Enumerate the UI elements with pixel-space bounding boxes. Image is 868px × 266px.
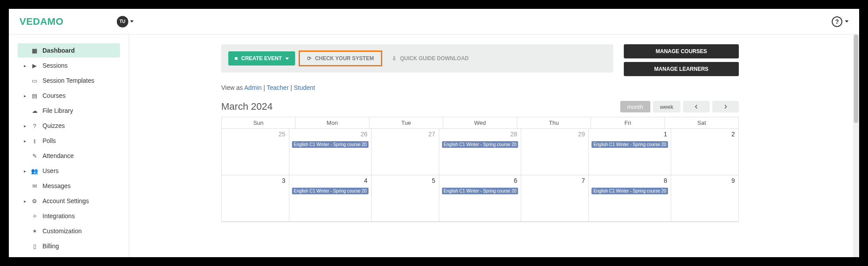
sidebar-item-quizzes[interactable]: ▸?Quizzes <box>18 119 120 133</box>
sep: | <box>262 84 267 91</box>
chevron-left-icon <box>694 104 699 109</box>
sidebar-item-attendance[interactable]: ✎Attendance <box>18 149 120 163</box>
create-event-button[interactable]: ■ CREATE EVENT <box>228 51 295 66</box>
integrations-icon: ✧ <box>31 213 38 220</box>
calendar-cell[interactable]: 26English C1 Winter - Spring course 20 <box>289 129 372 175</box>
calendar-grid: SunMonTueWedThuFriSat2526English C1 Wint… <box>221 117 739 222</box>
sidebar-item-sessions[interactable]: ▸▶Sessions <box>18 58 120 73</box>
calendar-prev-button[interactable] <box>683 101 710 112</box>
view-as-row: View as Admin | Teacher | Student <box>221 84 739 91</box>
sidebar-item-label: Session Templates <box>42 77 94 84</box>
chevron-right-icon: ▸ <box>24 199 27 204</box>
sidebar-item-session-templates[interactable]: ▭Session Templates <box>18 73 120 88</box>
calendar-cell[interactable]: 25 <box>222 129 289 175</box>
sidebar-item-label: Integrations <box>42 212 75 220</box>
calendar-title: March 2024 <box>221 101 273 112</box>
manage-courses-button[interactable]: MANAGE COURSES <box>624 44 739 58</box>
calendar-cell[interactable]: 27 <box>372 129 439 175</box>
file-library-icon: ☁ <box>31 108 38 114</box>
calendar-cell[interactable]: 7 <box>521 175 589 222</box>
calendar-event[interactable]: English C1 Winter - Spring course 20 <box>442 188 518 194</box>
calendar-cell[interactable]: 29 <box>521 129 589 175</box>
quizzes-icon: ? <box>31 123 38 129</box>
calendar-cell[interactable]: 4English C1 Winter - Spring course 20 <box>289 175 372 222</box>
sessions-icon: ▶ <box>31 62 38 69</box>
sidebar-item-billing[interactable]: ▯Billing <box>18 239 120 253</box>
calendar-day-header: Wed <box>443 117 517 129</box>
sidebar-item-file-library[interactable]: ☁File Library <box>18 104 120 118</box>
sidebar-item-label: Messages <box>42 182 71 189</box>
view-as-student[interactable]: Student <box>294 84 315 91</box>
calendar-day-number: 1 <box>664 131 667 138</box>
calendar-event[interactable]: English C1 Winter - Spring course 20 <box>591 188 668 194</box>
calendar-cell[interactable]: 6English C1 Winter - Spring course 20 <box>439 175 522 222</box>
chevron-right-icon <box>723 104 728 109</box>
view-as-teacher[interactable]: Teacher <box>267 84 289 91</box>
calendar-cell[interactable]: 2 <box>671 129 738 175</box>
calendar-day-header: Thu <box>517 117 591 129</box>
sidebar-item-account-settings[interactable]: ▸⚙Account Settings <box>18 194 120 208</box>
calendar-view-week[interactable]: week <box>653 101 680 112</box>
customization-icon: ✶ <box>31 228 38 235</box>
calendar-cell[interactable]: 5 <box>372 175 439 222</box>
quick-guide-label: QUICK GUIDE DOWNLOAD <box>400 55 469 62</box>
attendance-icon: ✎ <box>31 153 38 159</box>
calendar-cell[interactable]: 3 <box>222 175 289 222</box>
sidebar: ▦Dashboard▸▶Sessions▭Session Templates▸▤… <box>9 35 129 257</box>
sidebar-item-courses[interactable]: ▸▤Courses <box>18 89 120 103</box>
calendar-day-number: 28 <box>511 131 518 138</box>
billing-icon: ▯ <box>31 243 38 250</box>
headset-icon: ⟳ <box>307 55 311 62</box>
sidebar-item-polls[interactable]: ▸⫿Polls <box>18 134 120 148</box>
calendar-event[interactable]: English C1 Winter - Spring course 20 <box>292 141 369 148</box>
sidebar-item-label: Quizzes <box>42 122 65 129</box>
quick-guide-button[interactable]: ⇩ QUICK GUIDE DOWNLOAD <box>386 52 475 65</box>
sidebar-item-integrations[interactable]: ✧Integrations <box>18 209 120 223</box>
calendar-day-number: 25 <box>279 131 286 138</box>
calendar-day-number: 3 <box>282 177 285 184</box>
calendar-view-month[interactable]: month <box>620 101 650 112</box>
scrollbar[interactable] <box>853 35 859 257</box>
calendar-event[interactable]: English C1 Winter - Spring course 20 <box>442 141 518 148</box>
messages-icon: ✉ <box>31 183 38 189</box>
calendar-day-number: 27 <box>428 131 435 138</box>
calendar-day-header: Fri <box>591 117 665 129</box>
sidebar-item-label: Dashboard <box>42 47 75 54</box>
download-icon: ⇩ <box>392 55 396 62</box>
sidebar-item-label: Sessions <box>42 62 68 69</box>
scrollbar-thumb[interactable] <box>854 35 858 123</box>
help-menu[interactable]: ? <box>832 16 849 27</box>
dashboard-icon: ▦ <box>31 47 38 54</box>
chevron-right-icon: ▸ <box>24 139 27 143</box>
caret-down-icon <box>130 20 134 23</box>
calendar-day-header: Sun <box>222 117 296 129</box>
sidebar-item-dashboard[interactable]: ▦Dashboard <box>18 43 120 58</box>
sidebar-item-messages[interactable]: ✉Messages <box>18 179 120 193</box>
view-as-admin[interactable]: Admin <box>244 84 262 91</box>
check-system-button[interactable]: ⟳ CHECK YOUR SYSTEM <box>299 50 382 66</box>
calendar-day-number: 8 <box>664 177 667 184</box>
calendar-event[interactable]: English C1 Winter - Spring course 20 <box>591 141 668 148</box>
users-icon: 👥 <box>31 168 38 174</box>
sidebar-item-customization[interactable]: ✶Customization <box>18 224 120 238</box>
calendar-day-header: Mon <box>296 117 369 129</box>
main-content: ■ CREATE EVENT ⟳ CHECK YOUR SYSTEM ⇩ QUI… <box>129 35 859 257</box>
calendar-next-button[interactable] <box>712 101 739 112</box>
chevron-right-icon: ▸ <box>24 93 27 98</box>
sidebar-item-label: File Library <box>42 107 73 114</box>
sidebar-item-users[interactable]: ▸👥Users <box>18 164 120 178</box>
user-menu[interactable]: TU <box>117 16 134 27</box>
manage-learners-button[interactable]: MANAGE LEARNERS <box>624 62 739 76</box>
chevron-right-icon: ▸ <box>24 123 27 128</box>
polls-icon: ⫿ <box>31 138 38 144</box>
calendar-cell[interactable]: 8English C1 Winter - Spring course 20 <box>589 175 671 222</box>
calendar-event[interactable]: English C1 Winter - Spring course 20 <box>292 188 369 194</box>
calendar-day-number: 9 <box>731 177 735 184</box>
brand-logo[interactable]: VEDAMO <box>19 16 64 27</box>
calendar-cell[interactable]: 1English C1 Winter - Spring course 20 <box>589 129 671 175</box>
header: VEDAMO TU ? <box>9 9 859 35</box>
calendar-cell[interactable]: 28English C1 Winter - Spring course 20 <box>439 129 522 175</box>
calendar-cell[interactable]: 9 <box>671 175 738 222</box>
sidebar-item-label: Users <box>42 167 59 174</box>
sidebar-item-label: Courses <box>42 92 65 99</box>
